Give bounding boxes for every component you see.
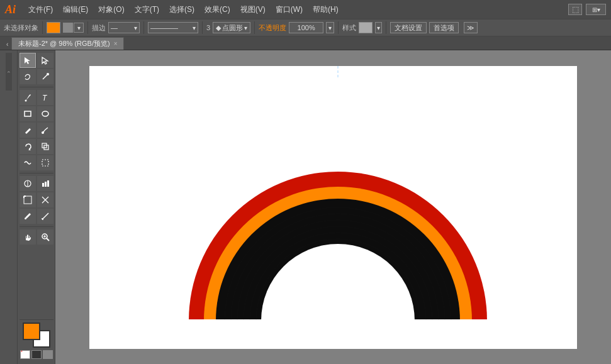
tool-divider1 xyxy=(20,87,53,87)
svg-rect-6 xyxy=(25,111,31,116)
menu-select[interactable]: 选择(S) xyxy=(164,0,199,19)
style-label: 样式 xyxy=(342,23,356,33)
tool-text[interactable]: T xyxy=(37,90,53,105)
fill-swatch[interactable] xyxy=(47,22,60,33)
title-bar: Ai 文件(F) 编辑(E) 对象(O) 文字(T) 选择(S) 效果(C) 视… xyxy=(0,0,611,19)
tool-chart[interactable] xyxy=(37,176,53,191)
menu-view[interactable]: 视图(V) xyxy=(235,0,271,19)
left-panel-toggle[interactable]: ‹ xyxy=(6,53,12,91)
menu-file[interactable]: 文件(F) xyxy=(23,0,58,19)
none-swatch[interactable] xyxy=(20,350,30,359)
document-tab[interactable]: 未标题-2* @ 98% (RGB/预览) × xyxy=(11,37,124,50)
svg-point-4 xyxy=(25,100,26,102)
tool-divider2 xyxy=(20,173,53,174)
svg-rect-15 xyxy=(42,183,44,187)
svg-line-22 xyxy=(42,213,48,219)
toolbox: T xyxy=(18,50,55,364)
shape-label: 点圆形 xyxy=(222,23,243,33)
tool-rect[interactable] xyxy=(20,106,36,121)
tool-measure[interactable] xyxy=(37,209,53,224)
shape-icon: ◆ xyxy=(216,24,221,32)
tool-warp[interactable] xyxy=(20,155,36,170)
svg-text:T: T xyxy=(42,94,48,102)
workspace-selector[interactable]: ⊞▾ xyxy=(586,4,606,15)
doc-settings-button[interactable]: 文档设置 xyxy=(390,22,427,33)
stroke-label: 描边 xyxy=(92,23,106,33)
shape-arrow: ▾ xyxy=(244,25,247,31)
tool-ellipse[interactable] xyxy=(37,106,53,121)
preferences-button[interactable]: 首选项 xyxy=(429,22,459,33)
menu-text[interactable]: 文字(T) xyxy=(130,0,164,19)
stroke-swatch[interactable] xyxy=(63,23,73,33)
svg-rect-12 xyxy=(42,160,48,166)
tool-divider3 xyxy=(20,226,53,227)
gray-swatch[interactable] xyxy=(43,350,53,359)
tab-close-button[interactable]: × xyxy=(114,40,118,47)
tool-rotate[interactable] xyxy=(20,139,36,154)
black-swatch[interactable] xyxy=(31,350,42,359)
style-dropdown[interactable]: ▾ xyxy=(375,22,382,33)
artwork-svg xyxy=(89,66,577,349)
more-options-button[interactable]: ≫ xyxy=(464,22,478,33)
svg-line-26 xyxy=(47,238,49,241)
extra-swatches xyxy=(20,350,53,359)
svg-marker-0 xyxy=(25,57,30,64)
layout-icon[interactable]: ⬚ xyxy=(568,4,582,15)
shape-number-label: 3 xyxy=(206,24,210,31)
divider3 xyxy=(143,21,144,34)
divider4 xyxy=(202,21,203,34)
svg-rect-17 xyxy=(47,180,49,187)
shape-selector[interactable]: ◆ 点圆形 ▾ xyxy=(213,22,250,33)
svg-rect-16 xyxy=(45,182,47,187)
tab-title: 未标题-2* @ 98% (RGB/预览) xyxy=(18,39,110,48)
foreground-color-swatch[interactable] xyxy=(23,323,40,340)
opacity-input[interactable] xyxy=(289,22,323,33)
tool-magic-wand[interactable] xyxy=(37,69,53,84)
stroke-style[interactable]: ————▾ xyxy=(148,22,198,33)
tab-bar: ‹ 未标题-2* @ 98% (RGB/预览) × xyxy=(0,36,611,50)
color-area xyxy=(20,318,53,361)
tab-scroll-left[interactable]: ‹ xyxy=(6,38,11,50)
svg-point-21 xyxy=(25,218,26,219)
object-label: 未选择对象 xyxy=(4,23,38,33)
tool-free-transform[interactable] xyxy=(37,155,53,170)
tool-artboard[interactable] xyxy=(20,192,36,207)
style-swatch[interactable] xyxy=(359,22,373,33)
tool-eyedropper[interactable] xyxy=(20,209,36,224)
menu-window[interactable]: 窗口(W) xyxy=(271,0,308,19)
menu-object[interactable]: 对象(O) xyxy=(93,0,129,19)
menu-help[interactable]: 帮助(H) xyxy=(308,0,344,19)
menu-edit[interactable]: 编辑(E) xyxy=(58,0,93,19)
tool-select[interactable] xyxy=(20,53,36,68)
tool-shape-builder[interactable] xyxy=(20,176,36,191)
tool-lasso[interactable] xyxy=(20,69,36,84)
opacity-label: 不透明度 xyxy=(259,23,286,33)
tool-direct-select[interactable] xyxy=(37,53,53,68)
tool-divider4 xyxy=(20,319,53,320)
app-logo: Ai xyxy=(5,3,16,16)
divider1 xyxy=(42,21,43,34)
svg-point-8 xyxy=(42,131,44,134)
opacity-dropdown[interactable]: ▾ xyxy=(326,22,334,33)
tool-brush[interactable] xyxy=(37,123,53,138)
tool-scale[interactable] xyxy=(37,139,53,154)
stroke-options[interactable]: ▾ xyxy=(74,23,84,33)
canvas xyxy=(89,66,577,349)
svg-rect-34 xyxy=(189,319,488,349)
tool-pencil[interactable] xyxy=(20,123,36,138)
tool-slice[interactable] xyxy=(37,192,53,207)
menu-effect[interactable]: 效果(C) xyxy=(199,0,235,19)
tool-hand[interactable] xyxy=(20,229,36,245)
color-swatches[interactable] xyxy=(23,323,50,348)
canvas-area xyxy=(55,50,611,364)
divider6 xyxy=(338,21,339,34)
svg-marker-1 xyxy=(42,57,48,64)
svg-marker-9 xyxy=(28,149,31,150)
tool-pen[interactable] xyxy=(20,90,36,105)
divider7 xyxy=(386,21,386,34)
toolbar: 未选择对象 ▾ 描边 —▾ ————▾ 3 ◆ 点圆形 ▾ 不透明度 ▾ 样式 … xyxy=(0,19,611,36)
stroke-value[interactable]: —▾ xyxy=(108,22,140,33)
divider2 xyxy=(87,21,88,34)
tool-zoom[interactable] xyxy=(37,229,53,245)
svg-rect-18 xyxy=(24,196,31,204)
